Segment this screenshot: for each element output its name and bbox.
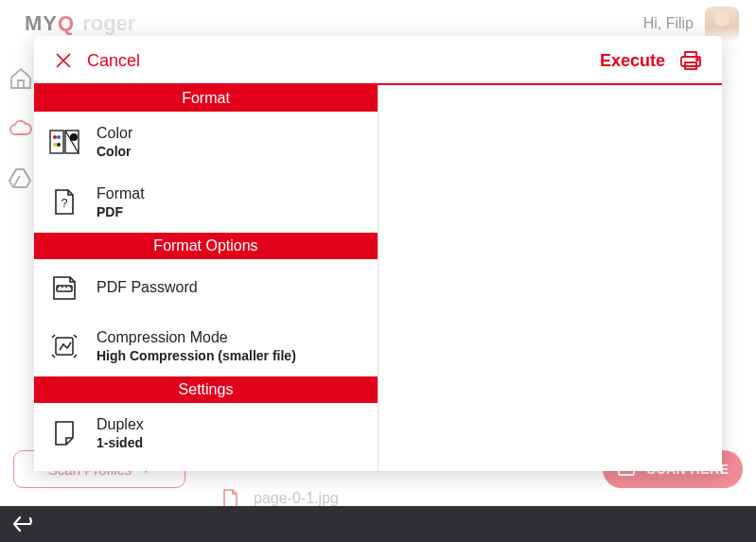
svg-rect-2	[685, 52, 696, 57]
section-settings: Settings	[34, 376, 378, 403]
setting-resolution[interactable]: Resolution	[34, 463, 378, 471]
execute-label: Execute	[600, 51, 665, 71]
setting-format[interactable]: ? Format PDF	[34, 172, 378, 233]
back-icon[interactable]	[11, 514, 40, 534]
printer-icon	[678, 49, 703, 72]
setting-compression[interactable]: Compression Mode High Compression (small…	[34, 316, 378, 376]
logo-roger: roger	[82, 11, 135, 36]
setting-label: Color	[97, 125, 132, 142]
setting-label: Duplex	[97, 416, 144, 433]
execute-button[interactable]: Execute	[600, 49, 703, 72]
logo: MYQ roger	[25, 11, 135, 36]
logo-myq: MYQ	[25, 11, 75, 36]
svg-text:?: ?	[62, 197, 68, 210]
setting-label: Format	[97, 185, 145, 202]
modal-preview-pane	[378, 85, 722, 471]
setting-label: PDF Password	[97, 279, 198, 296]
logo-text-q: Q	[58, 11, 75, 35]
section-format-options: Format Options	[34, 233, 378, 259]
svg-rect-5	[50, 131, 63, 153]
compression-icon	[49, 331, 79, 361]
color-icon	[49, 127, 79, 157]
setting-value: High Compression (smaller file)	[97, 348, 296, 363]
setting-duplex[interactable]: Duplex 1-sided	[34, 403, 378, 463]
svg-point-11	[70, 133, 78, 141]
modal-header: Cancel Execute	[34, 36, 722, 85]
svg-point-8	[53, 143, 57, 147]
duplex-icon	[49, 418, 79, 448]
file-question-icon: ?	[49, 187, 79, 218]
system-bar	[0, 506, 756, 542]
svg-point-7	[57, 135, 61, 139]
section-format: Format	[34, 85, 378, 112]
user-greeting: Hi, Filip	[643, 15, 694, 32]
svg-text:****: ****	[57, 285, 73, 292]
setting-pdf-password[interactable]: **** PDF Password	[34, 259, 378, 316]
setting-color[interactable]: Color Color	[34, 112, 378, 172]
setting-value: PDF	[97, 204, 145, 219]
cancel-label: Cancel	[87, 51, 140, 71]
svg-point-4	[696, 59, 698, 61]
svg-point-9	[57, 143, 61, 147]
svg-point-6	[53, 135, 57, 139]
file-name: page-0-1.jpg	[254, 490, 339, 507]
logo-text-my: MY	[25, 11, 58, 35]
modal-body: Format Color	[34, 85, 722, 471]
password-icon: ****	[49, 272, 79, 303]
settings-list[interactable]: Format Color	[34, 85, 378, 471]
setting-value: Color	[97, 144, 132, 159]
cancel-button[interactable]: Cancel	[53, 50, 140, 71]
setting-value: 1-sided	[97, 435, 144, 450]
scan-settings-modal: Cancel Execute Format	[34, 36, 722, 471]
close-icon	[53, 50, 74, 71]
setting-label: Compression Mode	[97, 329, 296, 346]
